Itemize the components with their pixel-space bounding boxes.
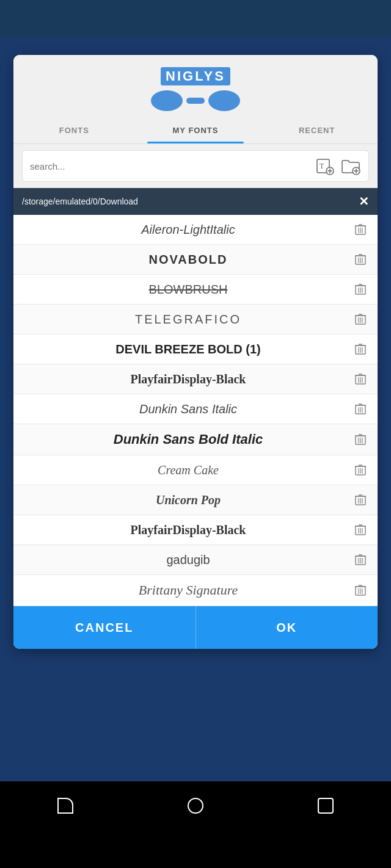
font-name-brittany-signature: Brittany Signature [23,582,353,598]
font-picker-modal: NIGLYS FONTS MY FONTS RECENT [13,55,378,649]
font-name-novabold: NOVABOLD [23,253,353,267]
font-item[interactable]: Aileron-LightItalic [13,215,378,245]
font-name-devil-breeze: DEVIL BREEZE BOLD (1) [23,342,353,356]
top-bar [0,0,391,37]
delete-font-btn[interactable] [353,523,368,537]
font-item[interactable]: Brittany Signature [13,575,378,606]
tab-recent[interactable]: RECENT [256,117,378,143]
font-name-dunkin-bold-italic: Dunkin Sans Bold Italic [23,432,353,447]
bottom-nav-bar [0,781,391,830]
nav-recents-btn[interactable] [313,794,338,818]
font-item[interactable]: NOVABOLD [13,245,378,275]
delete-font-btn[interactable] [353,402,368,416]
glass-right [208,90,240,111]
delete-font-btn[interactable] [353,372,368,386]
directory-bar: /storage/emulated/0/Download ✕ [13,188,378,215]
font-list: Aileron-LightItalic NOVABOLD [13,215,378,606]
font-item[interactable]: DEVIL BREEZE BOLD (1) [13,335,378,364]
close-directory-btn[interactable]: ✕ [359,194,369,209]
font-name-gadugib: gadugib [23,553,353,567]
delete-font-btn[interactable] [353,282,368,297]
search-bar: T [22,150,369,182]
font-item[interactable]: PlayfairDisplay-Black [13,364,378,394]
tab-fonts[interactable]: FONTS [13,117,135,143]
delete-font-btn[interactable] [353,342,368,356]
font-name-telegrafico: TELEGRAFICO [23,313,353,327]
action-buttons: CANCEL OK [13,606,378,649]
font-name-cream-cake: Cream Cake [23,463,353,477]
glass-bridge [186,98,205,104]
search-input[interactable] [30,161,315,172]
delete-font-btn[interactable] [353,312,368,327]
modal-header: NIGLYS [13,55,378,117]
delete-font-btn[interactable] [353,493,368,507]
delete-font-btn[interactable] [353,222,368,237]
delete-font-btn[interactable] [353,552,368,567]
font-name-aileron: Aileron-LightItalic [23,223,353,237]
app-toolbar [0,745,391,781]
font-item[interactable]: TELEGRAFICO [13,305,378,335]
font-item[interactable]: Dunkin Sans Bold Italic [13,424,378,455]
svg-text:T: T [320,162,324,170]
app-background: NIGLYS FONTS MY FONTS RECENT [0,37,391,830]
directory-path: /storage/emulated/0/Download [22,197,138,206]
nav-home-btn[interactable] [183,794,208,818]
font-name-playfair-1: PlayfairDisplay-Black [23,372,353,386]
font-item[interactable]: Cream Cake [13,455,378,485]
search-icons: T [315,156,361,176]
add-font-icon[interactable]: T [315,156,335,176]
font-item[interactable]: Unicorn Pop [13,485,378,515]
delete-font-btn[interactable] [353,583,368,598]
font-item[interactable]: gadugib [13,545,378,575]
font-item[interactable]: Dunkin Sans Italic [13,394,378,424]
delete-font-btn[interactable] [353,252,368,267]
cancel-button[interactable]: CANCEL [13,606,196,649]
font-item[interactable]: PlayfairDisplay-Black [13,515,378,545]
add-folder-icon[interactable] [340,156,361,176]
delete-font-btn[interactable] [353,463,368,477]
font-name-dunkin-italic: Dunkin Sans Italic [23,402,353,416]
tab-my-fonts[interactable]: MY FONTS [135,117,257,143]
recents-icon [318,798,334,814]
back-icon [57,798,73,814]
nav-back-btn[interactable] [53,794,78,818]
tabs-container: FONTS MY FONTS RECENT [13,117,378,144]
home-icon [188,798,203,814]
font-item[interactable]: BLOWBRUSH [13,275,378,305]
font-name-unicorn-pop: Unicorn Pop [23,493,353,507]
glass-left [151,90,183,111]
ok-button[interactable]: OK [196,606,378,649]
font-name-blowbrush: BLOWBRUSH [23,283,353,297]
logo-glasses [151,90,240,111]
delete-font-btn[interactable] [353,432,368,447]
font-name-playfair-2: PlayfairDisplay-Black [23,523,353,537]
logo-text: NIGLYS [161,67,230,85]
